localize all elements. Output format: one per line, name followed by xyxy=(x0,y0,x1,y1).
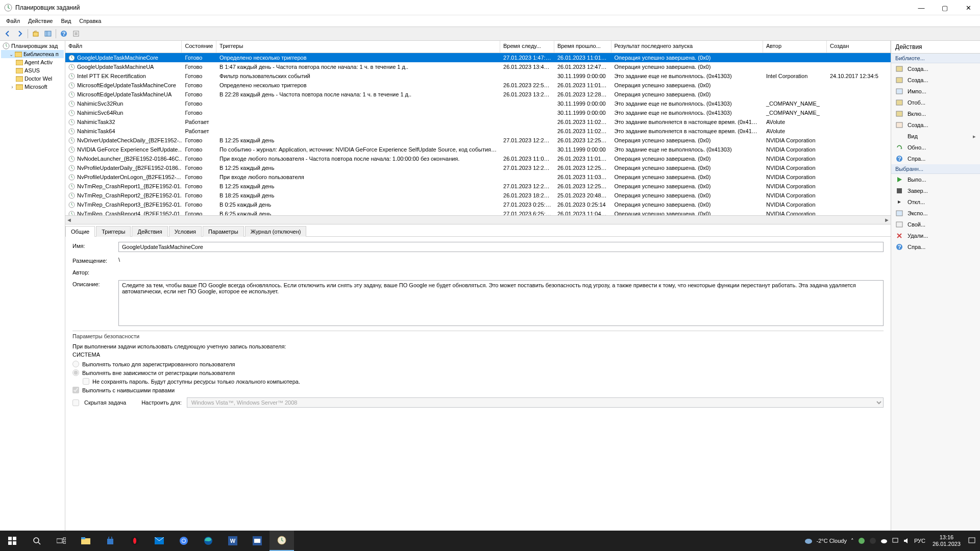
action-item[interactable]: Отоб... xyxy=(891,97,980,108)
word-icon[interactable]: W xyxy=(220,531,245,551)
col-created[interactable]: Создан xyxy=(827,41,891,53)
radio-logged-on[interactable] xyxy=(72,361,79,367)
task-row[interactable]: NahimicTask32Работает26.01.2023 11:02:00… xyxy=(65,117,891,127)
tray-volume-icon[interactable] xyxy=(903,537,910,544)
tree-child[interactable]: ASUS xyxy=(1,66,64,74)
action-item[interactable]: Экспо... xyxy=(891,208,980,219)
edge-icon[interactable] xyxy=(196,531,220,551)
action-item[interactable]: Завер... xyxy=(891,185,980,196)
action-item[interactable]: ?Спра... xyxy=(891,241,980,253)
tab-triggers[interactable]: Триггеры xyxy=(96,226,131,237)
close-button[interactable]: ✕ xyxy=(957,0,980,15)
tab-settings[interactable]: Параметры xyxy=(203,226,244,237)
menu-file[interactable]: Файл xyxy=(2,16,24,26)
store-icon[interactable] xyxy=(98,531,122,551)
col-triggers[interactable]: Триггеры xyxy=(216,41,500,53)
task-row[interactable]: NvNodeLauncher_{B2FE1952-0186-46C...Гото… xyxy=(65,154,891,163)
grid-body[interactable]: GoogleUpdateTaskMachineCoreГотовоОпредел… xyxy=(65,53,891,215)
task-row[interactable]: NvTmRep_CrashReport4_{B2FE1952-01...Гото… xyxy=(65,209,891,215)
action-item[interactable]: Импо... xyxy=(891,86,980,97)
explorer-icon[interactable] xyxy=(74,531,98,551)
chrome-icon[interactable] xyxy=(172,531,196,551)
tab-general[interactable]: Общие xyxy=(65,226,95,237)
task-row[interactable]: NvTmRep_CrashReport2_{B2FE1952-01...Гото… xyxy=(65,191,891,200)
forward-button[interactable] xyxy=(14,28,26,39)
back-button[interactable] xyxy=(2,28,13,39)
up-button[interactable] xyxy=(30,28,41,39)
task-row[interactable]: NVIDIA GeForce Experience SelfUpdate...Г… xyxy=(65,145,891,154)
expand-icon[interactable]: › xyxy=(9,84,15,90)
action-item[interactable]: Откл... xyxy=(891,196,980,208)
task-row[interactable]: NvProfileUpdaterOnLogon_{B2FE1952-...Гот… xyxy=(65,172,891,182)
props-button[interactable] xyxy=(70,28,82,39)
task-row[interactable]: NahimicSvc64RunГотово30.11.1999 0:00:00Э… xyxy=(65,108,891,117)
col-state[interactable]: Состояние xyxy=(182,41,216,53)
col-file[interactable]: Файл xyxy=(65,41,182,53)
task-row[interactable]: NvTmRep_CrashReport1_{B2FE1952-01...Гото… xyxy=(65,182,891,191)
col-last[interactable]: Время прошло... xyxy=(554,41,611,53)
start-button[interactable] xyxy=(0,531,24,551)
task-row[interactable]: MicrosoftEdgeUpdateTaskMachineCoreГотово… xyxy=(65,81,891,90)
config-select[interactable]: Windows Vista™, Windows Server™ 2008 xyxy=(187,397,884,408)
tree-child[interactable]: Doctor Wel xyxy=(1,74,64,83)
tab-actions[interactable]: Действия xyxy=(132,226,167,237)
col-author[interactable]: Автор xyxy=(763,41,827,53)
action-item[interactable]: Свой... xyxy=(891,219,980,230)
tree-child[interactable]: Agent Activ xyxy=(1,58,64,66)
menu-help[interactable]: Справка xyxy=(75,16,105,26)
task-row[interactable]: NvDriverUpdateCheckDaily_{B2FE1952-...Го… xyxy=(65,136,891,145)
tab-history[interactable]: Журнал (отключен) xyxy=(245,226,307,237)
panel-button[interactable] xyxy=(42,28,54,39)
search-button[interactable] xyxy=(24,531,49,551)
radio-any[interactable] xyxy=(72,369,79,376)
menu-view[interactable]: Вид xyxy=(57,16,75,26)
app-icon[interactable] xyxy=(245,531,270,551)
tray-network-icon[interactable] xyxy=(892,537,899,544)
action-item[interactable]: Вклю... xyxy=(891,108,980,119)
tray-steam-icon[interactable] xyxy=(869,537,876,544)
task-row[interactable]: GoogleUpdateTaskMachineUAГотовоВ 1:47 ка… xyxy=(65,62,891,71)
weather-widget[interactable]: -2°C Cloudy xyxy=(804,537,846,544)
check-highest-priv[interactable] xyxy=(72,387,79,393)
maximize-button[interactable]: ▢ xyxy=(933,0,957,15)
task-row[interactable]: GoogleUpdateTaskMachineCoreГотовоОпредел… xyxy=(65,53,891,62)
action-item[interactable]: Созда... xyxy=(891,119,980,131)
action-item[interactable]: Созда... xyxy=(891,63,980,74)
tray-cloud-icon[interactable] xyxy=(880,538,888,544)
tray-icon[interactable] xyxy=(858,537,865,544)
action-item[interactable]: Удали... xyxy=(891,230,980,241)
action-item[interactable]: ?Спра... xyxy=(891,153,980,164)
task-row[interactable]: Intel PTT EK RecertificationГотовоФильтр… xyxy=(65,71,891,81)
tray-chevron-icon[interactable]: ˄ xyxy=(851,538,854,544)
action-item[interactable]: Вид▸ xyxy=(891,131,980,142)
task-row[interactable]: MicrosoftEdgeUpdateTaskMachineUAГотовоВ … xyxy=(65,90,891,99)
description-field[interactable] xyxy=(118,280,884,326)
tray-lang[interactable]: РУС xyxy=(914,538,925,544)
notifications-icon[interactable] xyxy=(968,537,976,545)
horizontal-scrollbar[interactable]: ◄► xyxy=(65,215,891,224)
tree-root[interactable]: Планировщик зад xyxy=(1,42,64,50)
action-item[interactable]: Обно... xyxy=(891,142,980,153)
taskscheduler-taskbar-icon[interactable] xyxy=(270,531,294,551)
minimize-button[interactable]: — xyxy=(910,0,933,15)
action-item[interactable]: Выпо... xyxy=(891,174,980,185)
task-row[interactable]: NvTmRep_CrashReport3_{B2FE1952-01...Гото… xyxy=(65,200,891,209)
tree-child[interactable]: ›Microsoft xyxy=(1,83,64,91)
menu-action[interactable]: Действие xyxy=(24,16,57,26)
tab-conditions[interactable]: Условия xyxy=(169,226,202,237)
tree-library[interactable]: ⌄ Библиотека п xyxy=(1,50,64,58)
opera-icon[interactable] xyxy=(122,531,147,551)
check-nosave-password[interactable] xyxy=(83,378,89,385)
check-hidden[interactable] xyxy=(72,399,79,406)
mail-icon[interactable] xyxy=(147,531,172,551)
clock[interactable]: 13:16 26.01.2023 xyxy=(929,534,964,547)
expand-icon[interactable]: ⌄ xyxy=(8,52,14,57)
name-field[interactable] xyxy=(118,242,884,252)
task-row[interactable]: NvProfileUpdaterDaily_{B2FE1952-0186...Г… xyxy=(65,163,891,172)
task-row[interactable]: NahimicSvc32RunГотово30.11.1999 0:00:00Э… xyxy=(65,99,891,108)
help-button[interactable]: ? xyxy=(58,28,69,39)
taskview-button[interactable] xyxy=(49,531,74,551)
action-item[interactable]: Созда... xyxy=(891,74,980,86)
task-row[interactable]: NahimicTask64Работает26.01.2023 11:02:00… xyxy=(65,127,891,136)
col-result[interactable]: Результат последнего запуска xyxy=(611,41,763,53)
